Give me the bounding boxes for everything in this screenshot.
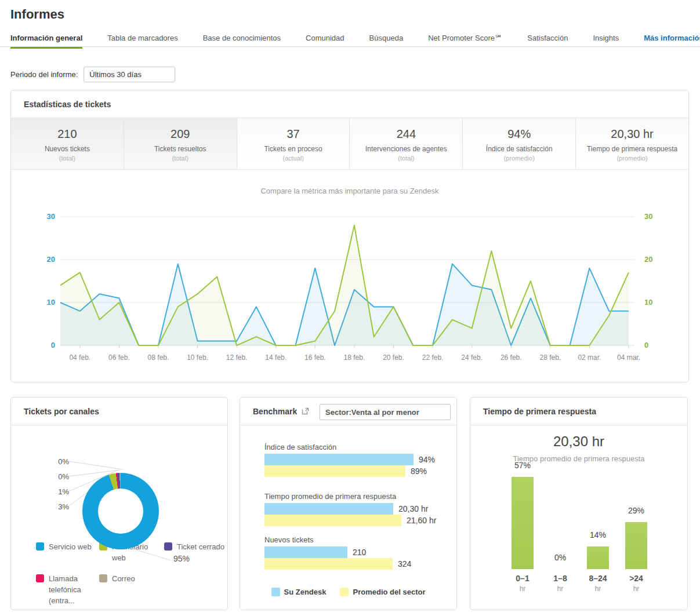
stat-cell-2[interactable]: 37Tickets en proceso(actual) bbox=[237, 118, 350, 169]
stat-value: 244 bbox=[350, 127, 462, 141]
response-bar-value-1: 0% bbox=[547, 553, 573, 562]
response-bar-value-0: 57% bbox=[510, 461, 535, 470]
tickets-by-channel-panel: Tickets por canales 0%0%1%3% Servicio we… bbox=[10, 397, 228, 610]
stat-cell-1[interactable]: 209Tickets resueltos(total) bbox=[124, 118, 237, 169]
stat-cell-0[interactable]: 210Nuevos tickets(total) bbox=[11, 118, 124, 169]
stat-sub: (promedio) bbox=[576, 155, 688, 162]
ticket-stats-header: Estadísticas de tickets bbox=[11, 90, 688, 118]
first-response-subtitle: Tiempo promedio de primera respuesta bbox=[470, 454, 687, 463]
tab-8[interactable]: Más información bbox=[644, 34, 700, 49]
legend-label: Servicio web bbox=[49, 542, 102, 553]
ticket-stats-panel: Estadísticas de tickets 210Nuevos ticket… bbox=[10, 90, 689, 382]
legend-label: Correo bbox=[112, 574, 158, 585]
benchmark-zendesk-value-2: 210 bbox=[353, 548, 366, 557]
stat-value: 210 bbox=[11, 127, 124, 141]
tab-6[interactable]: Satisfacción bbox=[527, 34, 568, 49]
tab-3[interactable]: Comunidad bbox=[306, 34, 344, 49]
response-category-unit-0: hr bbox=[505, 585, 540, 593]
benchmark-panel: Benchmark Sector:Venta al por menor Índi… bbox=[240, 397, 457, 610]
benchmark-zendesk-bar-2 bbox=[264, 546, 347, 558]
svg-text:24 feb.: 24 feb. bbox=[461, 353, 483, 362]
report-period-row: Periodo del informe: Últimos 30 días bbox=[10, 67, 175, 82]
stat-label: Tiempo de primera respuesta bbox=[576, 145, 688, 153]
stat-cell-5[interactable]: 20,30 hrTiempo de primera respuesta(prom… bbox=[576, 118, 688, 169]
response-category-1: 1–8 bbox=[543, 574, 578, 583]
tab-5[interactable]: Net Promoter Score℠ bbox=[428, 34, 502, 49]
legend-label: Ticket cerrado bbox=[177, 542, 235, 553]
stat-label: Tickets en proceso bbox=[237, 145, 350, 153]
legend-swatch bbox=[164, 542, 172, 551]
first-response-title: Tiempo de primera respuesta bbox=[483, 407, 596, 416]
donut-callout-3: 3% bbox=[46, 502, 69, 511]
stat-cell-4[interactable]: 94%Índice de satisfacción(promedio) bbox=[463, 118, 576, 169]
stat-sub: (total) bbox=[11, 155, 124, 162]
benchmark-legend-item-0: Su Zendesk bbox=[271, 588, 327, 596]
response-bar-value-2: 14% bbox=[585, 530, 611, 540]
tab-7[interactable]: Insights bbox=[593, 34, 619, 49]
stat-sub: (total) bbox=[124, 155, 237, 162]
response-bar-value-3: 29% bbox=[623, 506, 649, 515]
tab-0[interactable]: Información general bbox=[10, 34, 82, 49]
external-link-icon[interactable] bbox=[302, 407, 309, 415]
benchmark-sector-bar-1 bbox=[264, 515, 401, 526]
svg-text:04 mar.: 04 mar. bbox=[617, 353, 640, 362]
donut-legend-item-4: Correo bbox=[99, 574, 158, 585]
legend-swatch bbox=[36, 574, 44, 582]
legend-swatch bbox=[340, 588, 349, 596]
response-bar-0 bbox=[512, 477, 534, 569]
svg-text:20: 20 bbox=[644, 255, 652, 264]
report-period-label: Periodo del informe: bbox=[10, 70, 78, 79]
svg-text:12 feb.: 12 feb. bbox=[226, 353, 248, 362]
benchmark-legend-item-1: Promedio del sector bbox=[340, 588, 425, 596]
response-category-unit-1: hr bbox=[543, 585, 578, 593]
first-response-panel: Tiempo de primera respuesta 20,30 hr Tie… bbox=[470, 397, 688, 610]
legend-label: Llamada telefónica (entra... bbox=[49, 574, 97, 607]
benchmark-sector-value-1: 21,60 hr bbox=[407, 516, 436, 525]
response-category-unit-2: hr bbox=[581, 585, 615, 593]
stat-cell-3[interactable]: 244Intervenciones de agentes(total) bbox=[350, 118, 463, 169]
report-period-select[interactable]: Últimos 30 días bbox=[84, 67, 175, 82]
svg-text:02 mar.: 02 mar. bbox=[578, 353, 601, 362]
tab-1[interactable]: Tabla de marcadores bbox=[107, 34, 177, 49]
ticket-stats-title: Estadísticas de tickets bbox=[24, 100, 111, 109]
svg-text:16 feb.: 16 feb. bbox=[304, 353, 326, 362]
benchmark-title: Benchmark bbox=[253, 407, 297, 416]
legend-swatch bbox=[36, 542, 44, 551]
response-category-unit-3: hr bbox=[619, 585, 654, 593]
svg-text:18 feb.: 18 feb. bbox=[344, 353, 365, 362]
svg-text:20: 20 bbox=[47, 255, 55, 264]
tab-4[interactable]: Búsqueda bbox=[369, 34, 404, 49]
response-bar-2 bbox=[587, 546, 609, 569]
svg-text:10: 10 bbox=[644, 298, 652, 307]
legend-label: Su Zendesk bbox=[284, 588, 327, 596]
stat-value: 209 bbox=[124, 127, 237, 141]
legend-swatch bbox=[271, 588, 280, 596]
svg-text:28 feb.: 28 feb. bbox=[539, 353, 561, 362]
svg-text:10: 10 bbox=[47, 298, 55, 307]
first-response-header: Tiempo de primera respuesta bbox=[470, 398, 687, 425]
donut-legend-item-2: Ticket cerrado bbox=[164, 542, 235, 553]
benchmark-sector-bar-0 bbox=[264, 465, 405, 477]
stat-value: 37 bbox=[237, 127, 350, 141]
trend-chart-title: Compare la métrica más importante para s… bbox=[11, 187, 688, 195]
donut-hole bbox=[98, 489, 143, 534]
benchmark-sector-bar-2 bbox=[264, 558, 393, 570]
svg-text:22 feb.: 22 feb. bbox=[422, 353, 444, 362]
benchmark-zendesk-value-1: 20,30 hr bbox=[398, 504, 428, 513]
svg-text:20 feb.: 20 feb. bbox=[383, 353, 404, 362]
sector-filter-select[interactable]: Sector:Venta al por menor bbox=[320, 404, 451, 420]
response-category-2: 8–24 bbox=[581, 574, 615, 583]
benchmark-sector-value-2: 324 bbox=[398, 559, 411, 568]
stat-label: Tickets resueltos bbox=[124, 145, 237, 153]
stats-row: 210Nuevos tickets(total)209Tickets resue… bbox=[11, 118, 688, 170]
stat-label: Índice de satisfacción bbox=[463, 145, 575, 153]
donut-callout-1: 0% bbox=[46, 472, 69, 481]
svg-text:26 feb.: 26 feb. bbox=[500, 353, 522, 362]
benchmark-zendesk-bar-0 bbox=[264, 454, 414, 465]
stat-sub: (total) bbox=[350, 155, 462, 162]
svg-text:0: 0 bbox=[51, 341, 55, 349]
tab-bar: Información generalTabla de marcadoresBa… bbox=[10, 34, 700, 49]
tab-2[interactable]: Base de conocimientos bbox=[203, 34, 281, 49]
benchmark-zendesk-value-0: 94% bbox=[419, 455, 435, 464]
legend-swatch bbox=[99, 574, 107, 582]
